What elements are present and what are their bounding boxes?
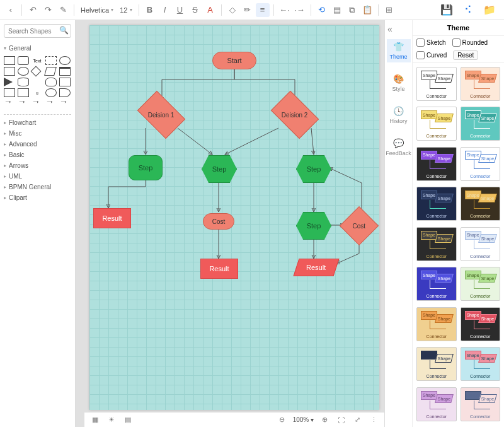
theme-card[interactable]: ShapeShapeConnector [461,387,501,421]
shape-callout[interactable] [18,88,29,97]
shape-arrow3[interactable] [32,99,43,108]
shape-diamond[interactable] [31,66,42,77]
shape-roundrect[interactable] [18,56,29,65]
category-bpmn[interactable]: BPMN General [4,182,71,192]
layers-icon[interactable]: ▤ [330,3,344,17]
undo-icon[interactable]: ↶ [26,3,40,17]
fit-icon[interactable]: ⛶ [335,414,346,426]
shape-triangle[interactable] [4,78,13,86]
theme-card[interactable]: ShapeShapeConnector [416,267,457,301]
shape-note[interactable] [4,88,15,97]
collapse-icon[interactable]: « [387,24,392,34]
theme-card[interactable]: ShapeShapeConnector [416,187,457,221]
tab-feedback[interactable]: 💬FeedBack [387,136,411,159]
shape-arrow1[interactable] [4,99,15,108]
strike-icon[interactable]: S [188,3,202,17]
font-family-dropdown[interactable]: Helvetica [78,5,116,15]
theme-card[interactable]: ShapeShapeConnector [461,147,501,181]
zoom-in-icon[interactable]: ⊕ [319,414,330,426]
node-step-c[interactable]: Step [296,155,331,183]
node-step-a[interactable]: Step [129,155,163,180]
category-arrows[interactable]: Arrows [4,160,71,171]
shape-dashed[interactable] [45,56,57,65]
paste-icon[interactable]: 📋 [360,3,374,17]
line-color-icon[interactable]: ✏ [241,3,255,17]
redo-icon[interactable]: ↷ [41,3,55,17]
shape-square[interactable] [4,67,15,76]
shape-arrow4[interactable] [45,99,57,108]
node-result-c[interactable]: Result [293,259,339,276]
node-result-b[interactable]: Result [200,259,238,279]
category-basic[interactable]: Basic [4,149,71,160]
shape-rect[interactable] [4,56,15,65]
node-cost-diamond[interactable]: Cost [340,206,379,245]
font-color-icon[interactable]: A [203,3,217,17]
shape-arrow5[interactable] [59,99,71,108]
category-misc[interactable]: Misc [4,128,71,139]
back-icon[interactable]: ‹ [4,3,18,17]
theme-card[interactable]: ShapeShapeConnector [416,347,457,381]
shape-card[interactable] [59,67,71,76]
shape-text[interactable]: Text [32,56,43,65]
shape-cylinder[interactable] [18,78,29,86]
shape-doc[interactable] [59,78,71,86]
underline-icon[interactable]: U [173,3,187,17]
node-result-a[interactable]: Result [93,208,131,228]
node-decision1[interactable]: Deision 1 [137,91,185,139]
shape-or[interactable] [45,88,57,97]
theme-card[interactable]: ShapeShapeConnector [416,387,457,421]
tab-style[interactable]: 🎨Style [387,71,411,95]
zoom-level[interactable]: 100% ▾ [293,416,314,423]
shape-hexagon[interactable] [32,78,43,86]
category-general[interactable]: General [4,43,71,54]
fullscreen-icon[interactable]: ⤢ [352,414,363,426]
theme-card[interactable]: ShapeShapeConnector [461,67,501,101]
folder-icon[interactable]: 📁 [483,3,496,17]
category-advanced[interactable]: Advanced [4,139,71,149]
category-clipart[interactable]: Clipart [4,192,71,203]
reset-button[interactable]: Reset [453,50,478,60]
copy-icon[interactable]: ⧉ [345,3,359,17]
sketch-checkbox[interactable]: Sketch [416,38,446,47]
theme-card[interactable]: ShapeShapeConnector [461,107,501,141]
line-style-icon[interactable]: ≡ [256,3,270,17]
category-uml[interactable]: UML [4,171,71,182]
node-decision2[interactable]: Deision 2 [271,91,319,139]
shape-cloud[interactable] [45,78,57,86]
theme-card[interactable]: ShapeShapeConnector [461,187,501,221]
conn-start-icon[interactable]: ←· [278,3,292,17]
theme-card[interactable]: ShapeShapeConnector [416,227,457,261]
node-cost-a[interactable]: Cost [203,213,234,230]
save-icon[interactable]: 💾 [440,3,454,17]
outline-icon[interactable]: ☀ [106,414,117,426]
theme-card[interactable]: ShapeShapeConnector [461,267,501,301]
shape-arrow2[interactable] [18,99,29,108]
node-step-d[interactable]: Step [296,212,331,240]
page-icon[interactable]: ▦ [89,414,101,426]
italic-icon[interactable]: I [158,3,172,17]
rounded-checkbox[interactable]: Rounded [452,38,488,47]
category-flowchart[interactable]: Flowchart [4,117,71,128]
arrange-icon[interactable]: ⟲ [315,3,329,17]
grid-icon[interactable]: ⊞ [382,3,396,17]
layers-bottom-icon[interactable]: ▤ [122,414,134,426]
bold-icon[interactable]: B [143,3,157,17]
diagram-page[interactable]: Start Deision 1 Deision 2 Step Step Step… [89,25,379,410]
theme-card[interactable]: ShapeShapeConnector [461,227,501,261]
extra-icon[interactable]: ⋮ [368,414,379,426]
conn-end-icon[interactable]: ·→ [293,3,307,17]
share-icon[interactable]: ⠪ [461,3,475,17]
zoom-out-icon[interactable]: ⊖ [277,414,288,426]
theme-card[interactable]: ShapeShapeConnector [416,107,457,141]
shape-circle[interactable] [18,67,29,76]
fill-color-icon[interactable]: ◇ [226,3,239,17]
shape-actor[interactable]: ☺ [32,88,43,97]
curved-checkbox[interactable]: Curved [416,51,447,59]
format-paint-icon[interactable]: ✎ [56,3,70,17]
node-start[interactable]: Start [212,52,256,69]
tab-history[interactable]: 🕓History [387,103,411,127]
font-size-dropdown[interactable]: 12 [117,5,134,15]
theme-card[interactable]: ShapeShapeConnector [461,307,501,341]
shape-parallelogram[interactable] [44,67,57,76]
theme-card[interactable]: ShapeShapeConnector [461,347,501,381]
